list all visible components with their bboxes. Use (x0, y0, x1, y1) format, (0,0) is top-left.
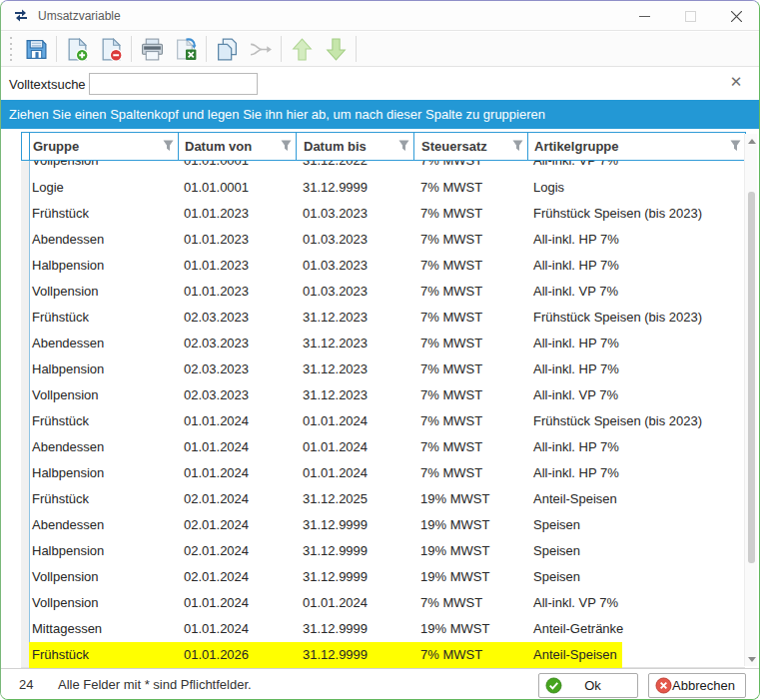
ok-button[interactable]: Ok (538, 673, 638, 698)
minimize-button[interactable] (621, 1, 667, 31)
cell: All-inkl. HP 7% (527, 331, 745, 356)
excel-export-button[interactable] (169, 34, 203, 64)
cell: 7% MWST (413, 331, 527, 356)
cell: All-inkl. VP 7% (527, 382, 745, 408)
cell: 19% MWST (413, 564, 527, 590)
cell: Frühstück Speisen (bis 2023) (527, 408, 745, 434)
table-row[interactable]: Logie01.01.000131.12.99997% MWSTLogis (21, 175, 745, 201)
cell: 01.01.2024 (296, 408, 413, 434)
scrollbar-thumb[interactable] (748, 192, 755, 563)
table-row[interactable]: Halbpension01.01.202301.03.20237% MWSTAl… (21, 253, 745, 279)
delete-record-icon (99, 37, 124, 62)
column-header-4[interactable]: Steuersatz (414, 133, 528, 160)
table-row[interactable]: Vollpension01.01.202401.01.20247% MWSTAl… (21, 590, 745, 616)
cell: 31.12.9999 (296, 538, 413, 564)
cell: 31.12.9999 (296, 512, 413, 538)
add-record-icon (65, 37, 90, 62)
table-row-highlighted[interactable]: Frühstück01.01.202631.12.99997% MWSTAnte… (21, 642, 745, 668)
cell: 01.01.2023 (178, 279, 296, 305)
cell: 7% MWST (413, 253, 527, 279)
table-row[interactable]: Abendessen01.01.202301.03.20237% MWSTAll… (21, 227, 745, 253)
ok-check-icon (545, 677, 562, 694)
cell: 02.01.2024 (178, 564, 296, 590)
cell: 01.01.2024 (178, 616, 296, 642)
cell: Mittagessen (29, 616, 178, 642)
toolbar-grip[interactable] (7, 37, 15, 61)
cell: 02.03.2023 (178, 305, 296, 331)
column-header-2[interactable]: Datum von (179, 133, 297, 160)
cell: Frühstück (29, 642, 178, 668)
cell: 31.12.9999 (296, 642, 413, 668)
table-row[interactable]: Abendessen01.01.202401.01.20247% MWSTAll… (21, 434, 745, 460)
table-row[interactable]: Vollpension01.01.202301.03.20237% MWSTAl… (21, 279, 745, 305)
filter-icon[interactable] (512, 140, 523, 152)
cell: Abendessen (29, 227, 178, 253)
merge-arrow-button (244, 34, 278, 64)
copy-button[interactable] (210, 34, 244, 64)
fulltext-search-input[interactable] (89, 73, 258, 95)
title-bar: Umsatzvariable (1, 1, 759, 31)
print-icon (140, 37, 165, 62)
save-button[interactable] (19, 34, 53, 64)
mandatory-fields-note: Alle Felder mit * sind Pflichtfelder. (58, 677, 252, 692)
record-count: 24 (19, 677, 33, 692)
cell: All-inkl. VP 7% (527, 161, 745, 174)
group-by-bar[interactable]: Ziehen Sie einen Spaltenkopf und legen S… (1, 100, 759, 129)
move-down-button[interactable] (319, 34, 353, 64)
cell: Speisen (527, 564, 745, 590)
column-header-1[interactable]: Gruppe (30, 133, 179, 160)
filter-icon[interactable] (163, 140, 174, 152)
add-record-button[interactable] (60, 34, 94, 64)
scroll-down-icon[interactable] (745, 652, 758, 666)
table-row[interactable]: Frühstück01.01.202401.01.20247% MWSTFrüh… (21, 408, 745, 434)
cell: 01.03.2023 (296, 253, 413, 279)
column-header-3[interactable]: Datum bis (297, 133, 414, 160)
cell: 7% MWST (413, 356, 527, 382)
partially-visible-row[interactable]: Vollpension01.01.000131.12.20227% MWSTAl… (21, 161, 745, 175)
table-row[interactable]: Mittagessen01.01.202431.12.999919% MWSTA… (21, 616, 745, 642)
cell: 31.12.2025 (296, 486, 413, 512)
cell: 19% MWST (413, 512, 527, 538)
table-row[interactable]: Vollpension02.01.202431.12.999919% MWSTS… (21, 564, 745, 590)
cell: 19% MWST (413, 538, 527, 564)
table-row[interactable]: Frühstück02.03.202331.12.20237% MWSTFrüh… (21, 305, 745, 331)
cell: 01.01.2024 (296, 460, 413, 486)
cell: 31.12.9999 (296, 564, 413, 590)
cell: 31.12.2023 (296, 356, 413, 382)
search-label: Volltextsuche (9, 77, 86, 92)
cancel-button[interactable]: Abbrechen (648, 673, 746, 698)
cell: 01.03.2023 (296, 279, 413, 305)
toolbar (1, 32, 759, 67)
cell: 31.12.2022 (296, 161, 413, 174)
cell: Halbpension (29, 460, 178, 486)
cell: 7% MWST (413, 305, 527, 331)
cell: 02.01.2024 (178, 512, 296, 538)
delete-record-button[interactable] (94, 34, 128, 64)
cell: 01.01.2023 (178, 227, 296, 253)
cell: 7% MWST (413, 408, 527, 434)
vertical-scrollbar[interactable] (744, 134, 757, 666)
scroll-up-icon[interactable] (745, 134, 758, 148)
cell: Vollpension (29, 161, 178, 174)
footer: 24 Alle Felder mit * sind Pflichtfelder.… (1, 668, 759, 700)
table-row[interactable]: Frühstück01.01.202301.03.20237% MWSTFrüh… (21, 201, 745, 227)
cell: All-inkl. VP 7% (527, 590, 745, 616)
column-header-5[interactable]: Artikelgruppe (528, 133, 746, 160)
table-row[interactable]: Frühstück02.01.202431.12.202519% MWSTAnt… (21, 486, 745, 512)
table-row[interactable]: Halbpension01.01.202401.01.20247% MWSTAl… (21, 460, 745, 486)
search-clear-icon[interactable]: ✕ (727, 73, 745, 91)
table-row[interactable]: Halbpension02.01.202431.12.999919% MWSTS… (21, 538, 745, 564)
table-row[interactable]: Halbpension02.03.202331.12.20237% MWSTAl… (21, 356, 745, 382)
table-row[interactable]: Vollpension02.03.202331.12.20237% MWSTAl… (21, 382, 745, 408)
print-button[interactable] (135, 34, 169, 64)
close-button[interactable] (713, 1, 759, 31)
table-row[interactable]: Abendessen02.01.202431.12.999919% MWSTSp… (21, 512, 745, 538)
table-row[interactable]: Abendessen02.03.202331.12.20237% MWSTAll… (21, 331, 745, 356)
move-up-button[interactable] (285, 34, 319, 64)
filter-icon[interactable] (398, 140, 409, 152)
umsatzvariable-dialog: Umsatzvariable (0, 0, 760, 700)
cell: Vollpension (29, 590, 178, 616)
filter-icon[interactable] (730, 140, 741, 152)
filter-icon[interactable] (281, 140, 292, 152)
cell: 19% MWST (413, 486, 527, 512)
